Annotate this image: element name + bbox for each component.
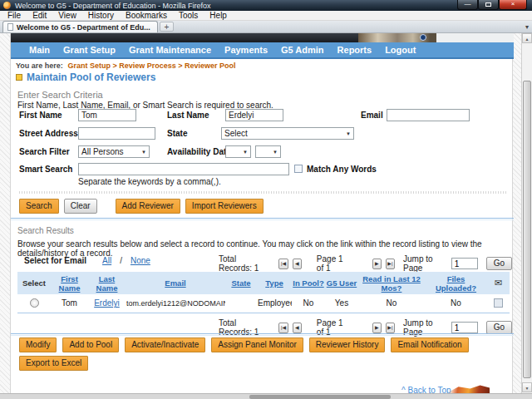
- street-address-input[interactable]: [78, 127, 155, 140]
- browser-window: Welcome to G5 - Department of Education …: [0, 0, 532, 399]
- go-button-top[interactable]: Go: [486, 257, 512, 270]
- footer-decoration-image: [446, 383, 490, 393]
- col-in-pool-header[interactable]: In Pool?: [292, 272, 325, 294]
- next-page-button-top[interactable]: ▶: [372, 259, 382, 269]
- last-name-link[interactable]: Erdelyi: [94, 298, 120, 308]
- main-nav: Main Grant Setup Grant Maintenance Payme…: [11, 42, 514, 59]
- nav-item-logout[interactable]: Logout: [378, 45, 422, 55]
- menu-bookmarks[interactable]: Bookmarks: [120, 11, 173, 21]
- cell-files-uploaded: No: [425, 294, 487, 313]
- col-email-header[interactable]: Email: [126, 272, 225, 294]
- row-select-radio[interactable]: [30, 298, 39, 308]
- col-first-name-header[interactable]: First Name: [51, 272, 88, 294]
- separator-line: [11, 333, 514, 336]
- last-page-button-bottom[interactable]: ▶|: [386, 323, 395, 333]
- cell-first-name: Tom: [51, 294, 88, 313]
- breadcrumb-prefix: You are here:: [16, 62, 63, 70]
- firefox-icon: [3, 2, 11, 9]
- breadcrumb-path[interactable]: Grant Setup > Review Process > Reviewer …: [67, 62, 235, 70]
- reviewer-history-button[interactable]: Reviewer History: [309, 337, 386, 352]
- vertical-scrollbar[interactable]: ▲ ▼: [521, 33, 532, 393]
- export-to-excel-button[interactable]: Export to Excel: [19, 356, 88, 371]
- smart-search-input[interactable]: [78, 163, 289, 175]
- activate-inactivate-button[interactable]: Activate/Inactivate: [125, 337, 205, 352]
- jump-to-page-input-bottom[interactable]: [451, 322, 478, 333]
- first-name-label: First Name: [19, 111, 62, 120]
- col-select-header: Select: [17, 272, 51, 294]
- horizontal-scrollbar[interactable]: [0, 393, 532, 399]
- envelope-icon: ✉: [487, 272, 510, 294]
- state-select[interactable]: Select ▼: [221, 127, 354, 140]
- minimize-button[interactable]: —: [457, 0, 478, 10]
- window-titlebar: Welcome to G5 - Department of Education …: [0, 0, 532, 11]
- nav-item-grant-maintenance[interactable]: Grant Maintenance: [122, 45, 218, 55]
- select-all-link[interactable]: All: [98, 256, 116, 265]
- menu-edit[interactable]: Edit: [27, 11, 52, 21]
- maximize-button[interactable]: [478, 0, 499, 10]
- nav-item-reports[interactable]: Reports: [331, 45, 379, 55]
- col-type-header[interactable]: Type: [257, 272, 292, 294]
- chevron-down-icon: ▼: [243, 150, 248, 155]
- col-last-name-header[interactable]: Last Name: [88, 272, 126, 294]
- availability-date-label: Availability Date: [167, 147, 231, 156]
- scrollbar-thumb[interactable]: [523, 81, 531, 378]
- add-to-pool-button[interactable]: Add to Pool: [62, 337, 119, 352]
- add-reviewer-button[interactable]: Add Reviewer: [116, 199, 180, 214]
- search-button[interactable]: Search: [19, 199, 59, 214]
- next-page-button-bottom[interactable]: ▶: [372, 323, 382, 333]
- match-any-words-checkbox[interactable]: [294, 165, 303, 173]
- email-input[interactable]: [387, 109, 470, 121]
- menu-view[interactable]: View: [52, 11, 82, 21]
- assign-panel-monitor-button[interactable]: Assign Panel Monitor: [211, 337, 303, 352]
- window-title: Welcome to G5 - Department of Education …: [15, 2, 210, 10]
- menu-tools[interactable]: Tools: [173, 11, 204, 21]
- separator-line: [11, 218, 514, 220]
- select-none-link[interactable]: None: [126, 256, 155, 265]
- nav-item-g5-admin[interactable]: G5 Admin: [274, 45, 331, 55]
- prev-page-button-top[interactable]: ◀: [293, 259, 302, 269]
- nav-item-main[interactable]: Main: [22, 45, 57, 55]
- horizontal-scrollbar-thumb[interactable]: [249, 395, 391, 399]
- search-filter-select[interactable]: All Persons ▼: [78, 145, 150, 158]
- cell-last-name: Erdelyi: [88, 294, 126, 313]
- page-title: Maintain Pool of Reviewers: [27, 71, 155, 83]
- page-content: Main Grant Setup Grant Maintenance Payme…: [10, 33, 513, 393]
- col-state-header[interactable]: State: [225, 272, 257, 294]
- import-reviewers-button[interactable]: Import Reviewers: [185, 199, 264, 214]
- menu-history[interactable]: History: [82, 11, 120, 21]
- nav-item-payments[interactable]: Payments: [218, 45, 274, 55]
- first-page-button-top[interactable]: |◀: [278, 259, 288, 269]
- go-button-bottom[interactable]: Go: [486, 321, 512, 334]
- clear-button[interactable]: Clear: [64, 199, 97, 214]
- email-notification-button[interactable]: Email Notification: [391, 337, 468, 352]
- menu-help[interactable]: Help: [204, 11, 233, 21]
- results-heading: Search Results: [17, 226, 74, 235]
- state-select-value: Select: [224, 129, 248, 138]
- back-to-top-link[interactable]: ^ Back to Top: [401, 386, 451, 393]
- new-tab-button[interactable]: +: [160, 22, 174, 32]
- last-name-input[interactable]: [225, 109, 283, 121]
- scroll-up-icon[interactable]: ▲: [522, 33, 532, 43]
- criteria-heading: Enter Search Criteria: [17, 90, 103, 100]
- prev-page-button-bottom[interactable]: ◀: [293, 323, 302, 333]
- scroll-down-icon[interactable]: ▼: [522, 382, 532, 392]
- tab-list-arrow-icon[interactable]: ▾: [525, 23, 529, 31]
- tab-welcome-g5[interactable]: Welcome to G5 - Department of Edu...: [2, 21, 158, 32]
- availability-day-select[interactable]: ▼: [255, 145, 281, 158]
- nav-item-grant-setup[interactable]: Grant Setup: [57, 45, 122, 55]
- row-email-checkbox[interactable]: [494, 298, 503, 308]
- col-files-uploaded-header[interactable]: Files Uploaded?: [425, 272, 487, 294]
- availability-month-select[interactable]: ▼: [225, 145, 251, 158]
- maximize-icon: [485, 2, 491, 7]
- jump-to-page-input-top[interactable]: [451, 258, 478, 269]
- last-page-button-top[interactable]: ▶|: [386, 259, 395, 269]
- search-filter-value: All Persons: [81, 147, 124, 156]
- first-page-button-bottom[interactable]: |◀: [278, 323, 288, 333]
- close-button[interactable]: ×: [499, 0, 527, 10]
- modify-button[interactable]: Modify: [19, 337, 57, 352]
- table-header-row: Select First Name Last Name Email State …: [17, 272, 510, 294]
- col-g5-user-header[interactable]: G5 User: [325, 272, 358, 294]
- menu-file[interactable]: File: [2, 11, 27, 21]
- first-name-input[interactable]: [78, 109, 136, 121]
- col-read-12-header[interactable]: Read in Last 12 Mos?: [358, 272, 425, 294]
